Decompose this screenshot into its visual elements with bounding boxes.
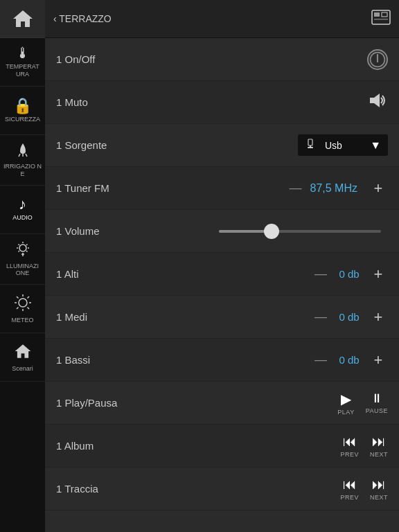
sidebar-item-irrigazione[interactable]: IRRIGAZIO NE [0,135,45,186]
svg-line-22 [27,296,29,299]
svg-line-10 [26,251,28,252]
onoff-icon[interactable] [367,49,388,70]
sidebar-item-scenari[interactable]: Scenari [0,333,45,382]
main-panel: ‹ TERRAZZO 1 On/Off [45,0,399,532]
sidebar-item-temperatura-label: TEMPERAT URA [3,63,42,78]
sorgente-dropdown[interactable]: Usb ▼ [298,134,388,156]
rows-container: 1 On/Off 1 Muto [45,38,399,532]
traccia-label: 1 Traccia [56,483,340,495]
volume-label: 1 Volume [56,225,219,237]
bassi-label: 1 Bassi [56,354,314,366]
sidebar-item-meteo-label: METEO [11,317,33,324]
sidebar: 🌡 TEMPERAT URA 🔒 SICUREZZA IRRIGAZIO NE … [0,0,45,532]
row-volume: 1 Volume [45,210,399,253]
volume-slider-container [219,230,389,233]
illuminazione-icon [15,241,31,260]
play-button[interactable]: ▶ PLAY [337,391,354,416]
medi-label: 1 Medi [56,311,314,323]
play-icon: ▶ [341,391,351,407]
album-prev-button[interactable]: ⏮ PREV [340,434,359,458]
sidebar-home-button[interactable] [0,0,45,38]
svg-rect-32 [308,139,312,145]
scenari-icon [14,342,32,363]
back-button[interactable]: ‹ TERRAZZO [53,13,112,24]
svg-line-20 [17,296,19,299]
pause-icon: ⏸ [371,391,383,406]
settings-button[interactable] [371,9,391,29]
svg-point-15 [19,299,27,307]
pause-label: PAUSE [366,407,388,414]
sidebar-item-meteo[interactable]: METEO [0,285,45,333]
traccia-prev-button[interactable]: ⏮ PREV [340,477,359,501]
row-onoff: 1 On/Off [45,38,399,81]
sidebar-item-sicurezza[interactable]: 🔒 SICUREZZA [0,87,45,135]
row-sorgente: 1 Sorgente Usb ▼ [45,124,399,167]
irrigazione-icon [15,142,31,161]
album-next-label: NEXT [370,451,388,458]
svg-line-3 [26,154,27,157]
svg-line-23 [17,307,19,309]
album-prev-label: PREV [340,451,359,458]
onoff-controls [367,49,388,70]
medi-plus-button[interactable]: + [369,308,388,327]
sorgente-controls: Usb ▼ [298,134,388,156]
traccia-next-label: NEXT [370,494,388,501]
svg-point-29 [371,52,385,66]
svg-line-11 [26,244,28,245]
bassi-controls: — 0 db + [314,351,388,370]
bassi-plus-button[interactable]: + [369,351,388,370]
album-next-icon: ⏭ [372,434,386,450]
bassi-minus-dash: — [314,353,327,367]
playpausa-controls: ▶ PLAY ⏸ PAUSE [337,391,388,416]
row-bassi: 1 Bassi — 0 db + [45,339,399,382]
audio-icon: ♪ [19,197,26,212]
sidebar-item-sicurezza-label: SICUREZZA [5,116,40,123]
medi-value: 0 db [335,311,363,323]
sidebar-item-audio-label: AUDIO [12,214,33,222]
sidebar-item-temperatura[interactable]: 🌡 TEMPERAT URA [0,38,45,87]
dropdown-chevron: ▼ [370,139,381,152]
traccia-controls: ⏮ PREV ⏭ NEXT [340,477,388,501]
album-controls: ⏮ PREV ⏭ NEXT [340,434,388,458]
tuner-label: 1 Tuner FM [56,182,290,194]
album-label: 1 Album [56,440,340,452]
svg-line-21 [27,307,29,309]
svg-line-1 [19,154,20,157]
alti-label: 1 Alti [56,268,314,280]
traccia-prev-icon: ⏮ [343,477,357,493]
svg-rect-28 [374,19,388,20]
tuner-plus-button[interactable]: + [369,179,388,198]
row-tuner: 1 Tuner FM — 87,5 MHz + [45,167,399,210]
tuner-value: 87,5 MHz [310,182,357,195]
album-next-button[interactable]: ⏭ NEXT [370,434,388,458]
muto-volume-icon[interactable] [367,91,388,114]
medi-controls: — 0 db + [314,308,388,327]
row-playpausa: 1 Play/Pausa ▶ PLAY ⏸ PAUSE [45,382,399,425]
svg-line-9 [18,244,19,245]
sorgente-value: Usb [325,140,364,151]
alti-controls: — 0 db + [314,265,388,284]
meteo-icon [14,294,32,314]
sidebar-item-irrigazione-label: IRRIGAZIO NE [3,163,42,178]
tuner-dash: — [290,181,302,195]
alti-value: 0 db [335,268,363,280]
row-medi: 1 Medi — 0 db + [45,296,399,339]
playpausa-label: 1 Play/Pausa [56,397,337,409]
traccia-next-button[interactable]: ⏭ NEXT [370,477,388,501]
onoff-label: 1 On/Off [56,53,367,65]
svg-marker-0 [13,10,33,27]
volume-slider-thumb[interactable] [264,224,279,239]
volume-slider-fill [219,230,267,233]
album-prev-icon: ⏮ [343,434,357,450]
traccia-next-icon: ⏭ [372,477,386,493]
usb-icon [305,139,316,152]
alti-minus-dash: — [314,267,327,281]
alti-plus-button[interactable]: + [369,265,388,284]
pause-button[interactable]: ⏸ PAUSE [366,391,388,414]
volume-slider-track[interactable] [219,230,382,233]
sidebar-item-illuminazione[interactable]: LLUMINAZIONE [0,234,45,285]
sidebar-item-illuminazione-label: LLUMINAZIONE [6,263,39,278]
sidebar-item-audio[interactable]: ♪ AUDIO [0,186,45,234]
medi-minus-dash: — [314,310,327,324]
traccia-prev-label: PREV [340,494,359,501]
